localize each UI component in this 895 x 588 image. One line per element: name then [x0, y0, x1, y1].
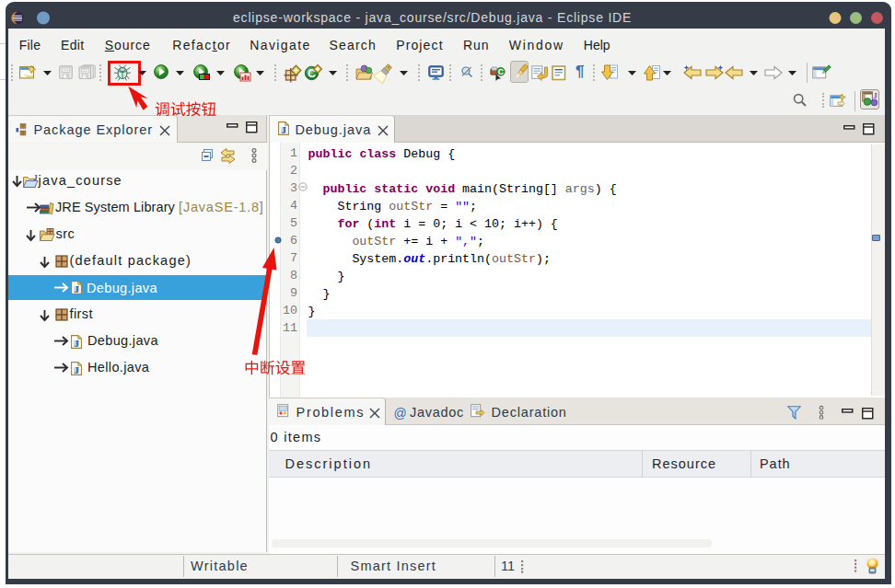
svg-text:C: C: [498, 67, 504, 76]
svg-text:J: J: [33, 173, 38, 182]
svg-text:J: J: [281, 125, 285, 135]
svg-text:J: J: [74, 364, 78, 375]
svg-text:J: J: [74, 284, 78, 294]
svg-text:J: J: [873, 91, 878, 100]
svg-text:J: J: [74, 338, 78, 348]
